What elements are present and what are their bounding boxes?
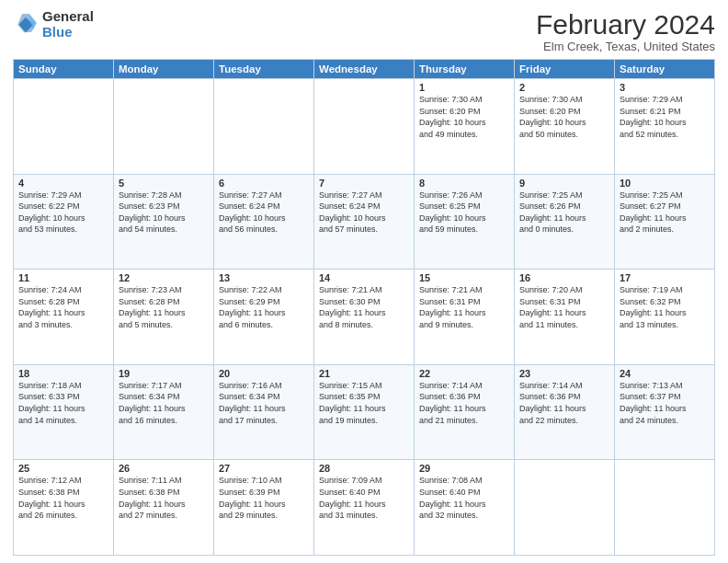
day-number: 11: [18, 272, 108, 283]
weekday-header-wednesday: Wednesday: [314, 60, 415, 79]
calendar-cell: 22Sunrise: 7:14 AM Sunset: 6:36 PM Dayli…: [415, 364, 515, 460]
calendar-cell: 27Sunrise: 7:10 AM Sunset: 6:39 PM Dayli…: [214, 460, 314, 556]
header: General Blue February 2024 Elm Creek, Te…: [13, 9, 715, 53]
calendar-cell: 11Sunrise: 7:24 AM Sunset: 6:28 PM Dayli…: [14, 270, 114, 365]
day-number: 12: [119, 272, 209, 283]
weekday-header-monday: Monday: [114, 60, 214, 79]
day-number: 28: [319, 463, 409, 474]
day-info: Sunrise: 7:29 AM Sunset: 6:22 PM Dayligh…: [18, 190, 85, 235]
weekday-header-tuesday: Tuesday: [214, 60, 314, 79]
day-info: Sunrise: 7:23 AM Sunset: 6:28 PM Dayligh…: [119, 285, 186, 329]
day-number: 13: [219, 272, 309, 283]
day-number: 24: [620, 368, 710, 379]
calendar-cell: [314, 79, 415, 175]
day-number: 29: [419, 463, 509, 474]
calendar-cell: 18Sunrise: 7:18 AM Sunset: 6:33 PM Dayli…: [14, 364, 114, 460]
calendar-cell: 7Sunrise: 7:27 AM Sunset: 6:24 PM Daylig…: [314, 174, 415, 270]
day-number: 9: [519, 178, 609, 189]
day-info: Sunrise: 7:21 AM Sunset: 6:30 PM Dayligh…: [319, 285, 386, 329]
day-info: Sunrise: 7:08 AM Sunset: 6:40 PM Dayligh…: [419, 476, 486, 520]
calendar-cell: 5Sunrise: 7:28 AM Sunset: 6:23 PM Daylig…: [114, 174, 214, 270]
page: General Blue February 2024 Elm Creek, Te…: [0, 0, 728, 563]
day-number: 18: [18, 368, 108, 379]
calendar-cell: 4Sunrise: 7:29 AM Sunset: 6:22 PM Daylig…: [14, 174, 114, 270]
day-info: Sunrise: 7:28 AM Sunset: 6:23 PM Dayligh…: [119, 190, 186, 235]
day-info: Sunrise: 7:30 AM Sunset: 6:20 PM Dayligh…: [519, 95, 586, 139]
logo-text: General Blue: [42, 9, 94, 40]
day-number: 23: [519, 368, 609, 379]
week-row-0: 1Sunrise: 7:30 AM Sunset: 6:20 PM Daylig…: [14, 79, 715, 175]
week-row-1: 4Sunrise: 7:29 AM Sunset: 6:22 PM Daylig…: [14, 174, 715, 270]
day-info: Sunrise: 7:27 AM Sunset: 6:24 PM Dayligh…: [319, 190, 386, 235]
calendar-cell: 23Sunrise: 7:14 AM Sunset: 6:36 PM Dayli…: [515, 364, 615, 460]
calendar-cell: 20Sunrise: 7:16 AM Sunset: 6:34 PM Dayli…: [214, 364, 314, 460]
calendar-cell: 21Sunrise: 7:15 AM Sunset: 6:35 PM Dayli…: [314, 364, 415, 460]
day-info: Sunrise: 7:09 AM Sunset: 6:40 PM Dayligh…: [319, 476, 386, 520]
day-number: 7: [319, 178, 409, 189]
calendar-cell: 19Sunrise: 7:17 AM Sunset: 6:34 PM Dayli…: [114, 364, 214, 460]
weekday-header-friday: Friday: [515, 60, 615, 79]
day-info: Sunrise: 7:12 AM Sunset: 6:38 PM Dayligh…: [18, 476, 85, 520]
day-number: 21: [319, 368, 409, 379]
calendar-cell: 12Sunrise: 7:23 AM Sunset: 6:28 PM Dayli…: [114, 270, 214, 365]
day-number: 3: [620, 82, 710, 93]
day-info: Sunrise: 7:20 AM Sunset: 6:31 PM Dayligh…: [519, 285, 586, 329]
calendar-cell: [515, 460, 615, 556]
day-number: 1: [419, 82, 509, 93]
day-number: 10: [620, 178, 710, 189]
logo-general-label: General: [42, 9, 94, 25]
day-info: Sunrise: 7:18 AM Sunset: 6:33 PM Dayligh…: [18, 381, 85, 425]
weekday-header-thursday: Thursday: [415, 60, 515, 79]
day-info: Sunrise: 7:15 AM Sunset: 6:35 PM Dayligh…: [319, 381, 386, 425]
calendar-cell: 24Sunrise: 7:13 AM Sunset: 6:37 PM Dayli…: [615, 364, 715, 460]
day-info: Sunrise: 7:26 AM Sunset: 6:25 PM Dayligh…: [419, 190, 486, 235]
day-number: 26: [119, 463, 209, 474]
day-info: Sunrise: 7:30 AM Sunset: 6:20 PM Dayligh…: [419, 95, 486, 139]
calendar-cell: 26Sunrise: 7:11 AM Sunset: 6:38 PM Dayli…: [114, 460, 214, 556]
day-info: Sunrise: 7:10 AM Sunset: 6:39 PM Dayligh…: [219, 476, 286, 520]
calendar-cell: 8Sunrise: 7:26 AM Sunset: 6:25 PM Daylig…: [415, 174, 515, 270]
day-info: Sunrise: 7:11 AM Sunset: 6:38 PM Dayligh…: [119, 476, 186, 520]
calendar-cell: 2Sunrise: 7:30 AM Sunset: 6:20 PM Daylig…: [515, 79, 615, 175]
day-number: 19: [119, 368, 209, 379]
day-number: 5: [119, 178, 209, 189]
day-number: 15: [419, 272, 509, 283]
day-info: Sunrise: 7:27 AM Sunset: 6:24 PM Dayligh…: [219, 190, 286, 235]
calendar-cell: [615, 460, 715, 556]
day-info: Sunrise: 7:16 AM Sunset: 6:34 PM Dayligh…: [219, 381, 286, 425]
day-number: 8: [419, 178, 509, 189]
day-number: 6: [219, 178, 309, 189]
subtitle: Elm Creek, Texas, United States: [536, 40, 715, 53]
calendar-cell: 6Sunrise: 7:27 AM Sunset: 6:24 PM Daylig…: [214, 174, 314, 270]
calendar-cell: 17Sunrise: 7:19 AM Sunset: 6:32 PM Dayli…: [615, 270, 715, 365]
calendar-cell: 28Sunrise: 7:09 AM Sunset: 6:40 PM Dayli…: [314, 460, 415, 556]
calendar-table: SundayMondayTuesdayWednesdayThursdayFrid…: [13, 59, 715, 556]
calendar-cell: 15Sunrise: 7:21 AM Sunset: 6:31 PM Dayli…: [415, 270, 515, 365]
calendar-cell: 13Sunrise: 7:22 AM Sunset: 6:29 PM Dayli…: [214, 270, 314, 365]
week-row-4: 25Sunrise: 7:12 AM Sunset: 6:38 PM Dayli…: [14, 460, 715, 556]
calendar-cell: [214, 79, 314, 175]
day-number: 17: [620, 272, 710, 283]
calendar-cell: 9Sunrise: 7:25 AM Sunset: 6:26 PM Daylig…: [515, 174, 615, 270]
weekday-header-saturday: Saturday: [615, 60, 715, 79]
day-info: Sunrise: 7:22 AM Sunset: 6:29 PM Dayligh…: [219, 285, 286, 329]
day-number: 4: [18, 178, 108, 189]
day-number: 27: [219, 463, 309, 474]
day-info: Sunrise: 7:25 AM Sunset: 6:26 PM Dayligh…: [519, 190, 586, 235]
calendar-cell: 1Sunrise: 7:30 AM Sunset: 6:20 PM Daylig…: [415, 79, 515, 175]
calendar-cell: 10Sunrise: 7:25 AM Sunset: 6:27 PM Dayli…: [615, 174, 715, 270]
logo: General Blue: [13, 9, 94, 40]
calendar-cell: 25Sunrise: 7:12 AM Sunset: 6:38 PM Dayli…: [14, 460, 114, 556]
logo-blue-label: Blue: [42, 25, 94, 40]
day-number: 20: [219, 368, 309, 379]
calendar-cell: 14Sunrise: 7:21 AM Sunset: 6:30 PM Dayli…: [314, 270, 415, 365]
calendar-cell: 3Sunrise: 7:29 AM Sunset: 6:21 PM Daylig…: [615, 79, 715, 175]
day-number: 25: [18, 463, 108, 474]
day-info: Sunrise: 7:29 AM Sunset: 6:21 PM Dayligh…: [620, 95, 687, 139]
weekday-header-row: SundayMondayTuesdayWednesdayThursdayFrid…: [14, 60, 715, 79]
day-number: 2: [519, 82, 609, 93]
calendar-cell: 16Sunrise: 7:20 AM Sunset: 6:31 PM Dayli…: [515, 270, 615, 365]
day-number: 14: [319, 272, 409, 283]
day-info: Sunrise: 7:19 AM Sunset: 6:32 PM Dayligh…: [620, 285, 687, 329]
main-title: February 2024: [536, 9, 715, 40]
